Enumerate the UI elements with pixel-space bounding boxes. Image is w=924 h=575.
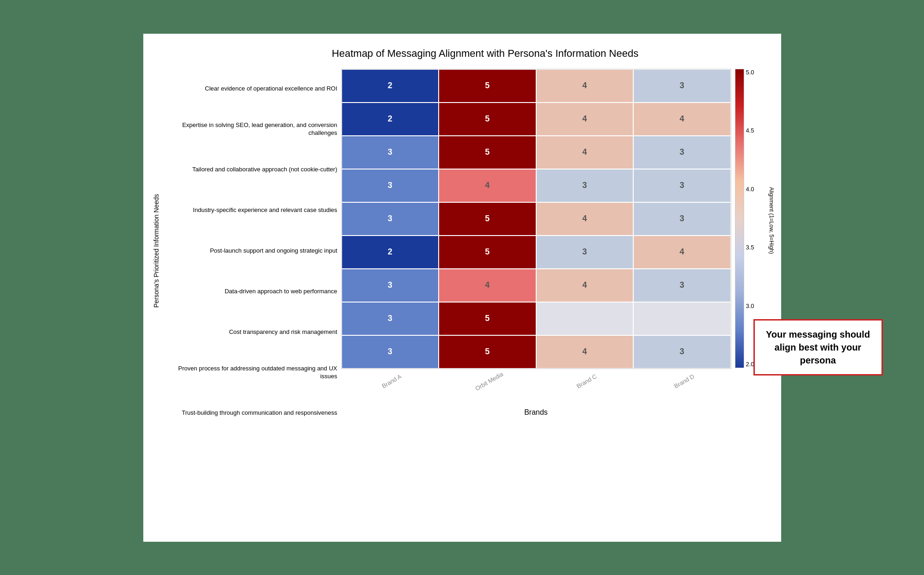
row-label-6: Cost transparency and risk management bbox=[165, 315, 341, 349]
row-label-4: Post-launch support and ongoing strategi… bbox=[165, 234, 341, 267]
row-label-0: Clear evidence of operational excellence… bbox=[165, 72, 341, 105]
y-axis-label: Persona's Prioritized Information Needs bbox=[153, 194, 164, 308]
cell-r6-c2: 4 bbox=[536, 269, 634, 302]
row-label-5: Data-driven approach to web performance bbox=[165, 275, 341, 308]
annotation-box: Your messaging should align best with yo… bbox=[753, 319, 883, 375]
row-label-3: Industry-specific experience and relevan… bbox=[165, 194, 341, 227]
cell-r6-c0: 3 bbox=[342, 269, 439, 302]
colorbar-container: 5.04.54.03.53.02.0 Alignment (1=Low, 5=H… bbox=[735, 69, 772, 434]
row-labels-column: Clear evidence of operational excellence… bbox=[165, 69, 341, 434]
x-axis-area: Brand AOrbit MediaBrand CBrand D Brands bbox=[341, 374, 731, 434]
cell-r0-c1: 5 bbox=[439, 69, 536, 103]
colorbar-tick-2: 4.0 bbox=[746, 186, 754, 193]
x-axis-title: Brands bbox=[341, 408, 731, 417]
row-label-1: Expertise in solving SEO, lead generatio… bbox=[165, 113, 341, 146]
row-label-7: Proven process for addressing outdated m… bbox=[165, 356, 341, 389]
cell-r2-c1: 5 bbox=[439, 136, 536, 169]
colorbar bbox=[735, 69, 744, 368]
cell-r5-c2: 3 bbox=[536, 236, 634, 269]
cell-r7-c2 bbox=[536, 302, 634, 335]
colorbar-tick-4: 3.0 bbox=[746, 303, 754, 309]
row-label-2: Tailored and collaborative approach (not… bbox=[165, 153, 341, 187]
cell-r4-c1: 5 bbox=[439, 202, 536, 236]
cell-r0-c2: 4 bbox=[536, 69, 634, 103]
cell-r1-c1: 5 bbox=[439, 103, 536, 136]
cell-r4-c2: 4 bbox=[536, 202, 634, 236]
cell-r0-c0: 2 bbox=[342, 69, 439, 103]
cell-r7-c3 bbox=[633, 302, 731, 335]
row-label-8: Trust-building through communication and… bbox=[165, 397, 341, 430]
cell-r1-c2: 4 bbox=[536, 103, 634, 136]
cell-r3-c1: 4 bbox=[439, 169, 536, 202]
cell-r6-c1: 4 bbox=[439, 269, 536, 302]
cell-r2-c3: 3 bbox=[633, 136, 731, 169]
cell-r1-c0: 2 bbox=[342, 103, 439, 136]
cell-r1-c3: 4 bbox=[633, 103, 731, 136]
cell-r0-c3: 3 bbox=[633, 69, 731, 103]
chart-title: Heatmap of Messaging Alignment with Pers… bbox=[254, 48, 716, 60]
cell-r4-c0: 3 bbox=[342, 202, 439, 236]
cell-r3-c0: 3 bbox=[342, 169, 439, 202]
x-labels-row: Brand AOrbit MediaBrand CBrand D bbox=[341, 374, 731, 385]
colorbar-tick-0: 5.0 bbox=[746, 69, 754, 76]
cell-r5-c3: 4 bbox=[633, 236, 731, 269]
cell-r2-c0: 3 bbox=[342, 136, 439, 169]
colorbar-tick-1: 4.5 bbox=[746, 127, 754, 134]
cell-r7-c1: 5 bbox=[439, 302, 536, 335]
cell-r6-c3: 3 bbox=[633, 269, 731, 302]
cell-r2-c2: 4 bbox=[536, 136, 634, 169]
cell-r7-c0: 3 bbox=[342, 302, 439, 335]
cell-r3-c2: 3 bbox=[536, 169, 634, 202]
heatmap-grid: 2543254435433433354325343443353543 bbox=[341, 69, 731, 369]
cell-r5-c1: 5 bbox=[439, 236, 536, 269]
chart-body: Persona's Prioritized Information Needs … bbox=[153, 69, 772, 434]
cell-r5-c0: 2 bbox=[342, 236, 439, 269]
colorbar-tick-3: 3.5 bbox=[746, 244, 754, 251]
heatmap-area: 2543254435433433354325343443353543 Brand… bbox=[341, 69, 731, 434]
cell-r4-c3: 3 bbox=[633, 202, 731, 236]
chart-container: Heatmap of Messaging Alignment with Pers… bbox=[143, 34, 781, 542]
cell-r3-c3: 3 bbox=[633, 169, 731, 202]
annotation-text: Your messaging should align best with yo… bbox=[766, 329, 870, 365]
